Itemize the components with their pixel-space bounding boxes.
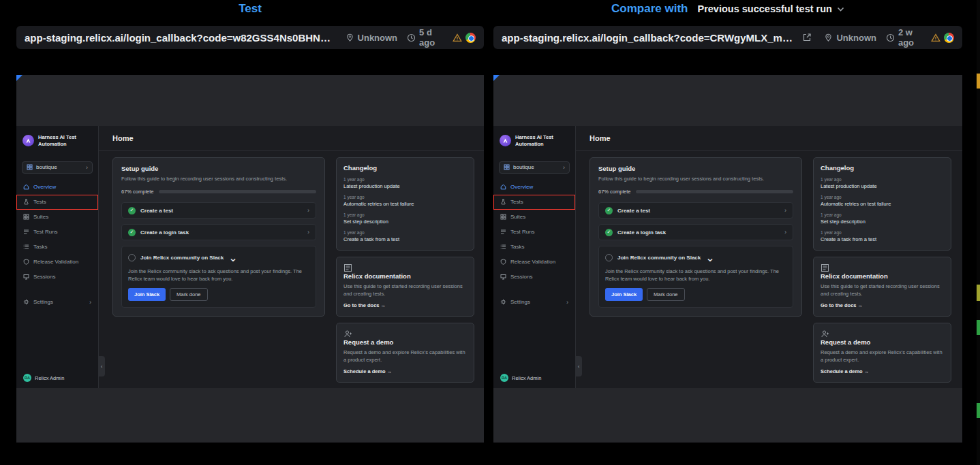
chevron-right-icon: › bbox=[566, 299, 568, 306]
user-menu[interactable]: RA Relicx Admin bbox=[16, 368, 98, 388]
changelog-entry: 1 year ago Set step description bbox=[343, 212, 467, 225]
changelog-card: Changelog 1 year ago Latest production u… bbox=[336, 157, 474, 251]
unchecked-circle-icon bbox=[605, 254, 613, 261]
docs-link[interactable]: Go to the docs → bbox=[821, 302, 944, 308]
setup-item-create-login-task[interactable]: ✓ Create a login task › bbox=[598, 224, 793, 240]
join-slack-button[interactable]: Join Slack bbox=[128, 288, 166, 301]
ruler-mark bbox=[977, 74, 980, 89]
setup-guide-title: Setup guide bbox=[121, 165, 316, 172]
documentation-card: Relicx documentation Use this guide to g… bbox=[336, 257, 474, 317]
schedule-demo-link[interactable]: Schedule a demo → bbox=[821, 368, 944, 374]
sidebar-item-suites[interactable]: Suites bbox=[16, 210, 98, 225]
sidebar-item-tasks[interactable]: Tasks bbox=[493, 240, 575, 255]
chevron-right-icon: › bbox=[89, 299, 91, 306]
user-name: Relicx Admin bbox=[512, 375, 541, 381]
project-icon bbox=[27, 164, 33, 170]
unchecked-circle-icon bbox=[128, 254, 136, 261]
schedule-demo-link[interactable]: Schedule a demo → bbox=[343, 368, 467, 374]
mark-done-button[interactable]: Mark done bbox=[647, 288, 684, 301]
sidebar-item-sessions[interactable]: Sessions bbox=[16, 270, 98, 285]
changelog-entry: 1 year ago Latest production update bbox=[821, 177, 944, 189]
join-slack-header[interactable]: Join Relicx community on Slack ⌄ bbox=[605, 251, 786, 264]
setup-item-create-test[interactable]: ✓ Create a test › bbox=[598, 202, 793, 219]
join-slack-description: Join the Relicx community slack to ask q… bbox=[605, 268, 786, 283]
warning-icon bbox=[931, 33, 940, 42]
sidebar-nav: Overview Tests Suites Test Runs Tasks Re… bbox=[16, 180, 98, 310]
brand-text: Harness AI TestAutomation bbox=[515, 134, 553, 148]
sidebar-item-overview[interactable]: Overview bbox=[16, 180, 98, 195]
sidebar-item-overview[interactable]: Overview bbox=[493, 180, 575, 195]
left-app-screenshot: Harness AI TestAutomation boutique › Ove… bbox=[16, 126, 484, 388]
monitor-icon bbox=[500, 274, 506, 280]
ruler-mark bbox=[977, 320, 980, 335]
progress-label: 67% complete bbox=[598, 189, 631, 195]
docs-link[interactable]: Go to the docs → bbox=[343, 302, 467, 308]
project-selector[interactable]: boutique › bbox=[499, 161, 570, 174]
sidebar-item-test-runs[interactable]: Test Runs bbox=[16, 225, 98, 240]
sidebar-item-sessions[interactable]: Sessions bbox=[493, 270, 575, 285]
sidebar-item-tests[interactable]: Tests bbox=[16, 195, 98, 210]
join-slack-header[interactable]: Join Relicx community on Slack ⌄ bbox=[128, 251, 309, 264]
chevron-right-icon: › bbox=[86, 164, 88, 171]
app-sidebar: Harness AI TestAutomation boutique › Ove… bbox=[493, 126, 576, 388]
sidebar-item-settings[interactable]: Settings › bbox=[493, 295, 575, 310]
gear-icon bbox=[500, 299, 506, 305]
documentation-title: Relicx documentation bbox=[821, 272, 944, 280]
left-pane-title: Test bbox=[16, 2, 484, 16]
sidebar-item-test-runs[interactable]: Test Runs bbox=[493, 225, 575, 240]
user-menu[interactable]: RA Relicx Admin bbox=[493, 368, 575, 388]
right-age-label: 2 w ago bbox=[898, 27, 921, 48]
sidebar-item-settings[interactable]: Settings › bbox=[16, 295, 98, 310]
setup-item-create-login-task[interactable]: ✓ Create a login task › bbox=[121, 224, 316, 240]
join-slack-description: Join the Relicx community slack to ask q… bbox=[128, 268, 309, 283]
request-demo-title: Request a demo bbox=[821, 338, 944, 346]
check-circle-icon: ✓ bbox=[128, 207, 136, 214]
right-app-screenshot: Harness AI TestAutomation boutique › Ove… bbox=[493, 126, 962, 388]
check-circle-icon: ✓ bbox=[605, 207, 613, 214]
documentation-card: Relicx documentation Use this guide to g… bbox=[813, 257, 951, 317]
chrome-browser-icon bbox=[944, 33, 954, 43]
progress-bar bbox=[159, 190, 316, 193]
location-pin-icon bbox=[824, 33, 833, 42]
documentation-text: Use this guide to get started recording … bbox=[343, 283, 467, 298]
grid-icon bbox=[500, 214, 506, 220]
sidebar-item-suites[interactable]: Suites bbox=[493, 210, 575, 225]
changelog-entry: 1 year ago Create a task from a test bbox=[343, 230, 467, 242]
progress-label: 67% complete bbox=[121, 189, 154, 195]
right-url-bar: app-staging.relicx.ai/login_callback?cod… bbox=[493, 26, 962, 49]
document-icon bbox=[343, 263, 467, 272]
setup-item-join-slack: Join Relicx community on Slack ⌄ Join th… bbox=[121, 246, 316, 308]
page-header: Home bbox=[99, 126, 484, 151]
avatar: RA bbox=[500, 374, 508, 382]
sidebar-item-tests[interactable]: Tests bbox=[493, 195, 575, 210]
setup-guide-subtitle: Follow this guide to begin recording use… bbox=[121, 176, 316, 182]
mark-done-button[interactable]: Mark done bbox=[170, 288, 207, 301]
sidebar-collapse-handle[interactable]: ‹ bbox=[575, 356, 582, 376]
sidebar-item-release-validation[interactable]: Release Validation bbox=[16, 255, 98, 270]
chevron-right-icon: › bbox=[784, 207, 786, 214]
setup-item-create-test[interactable]: ✓ Create a test › bbox=[121, 202, 316, 219]
tasks-icon bbox=[500, 244, 506, 250]
home-icon bbox=[23, 184, 29, 190]
chevron-right-icon: › bbox=[784, 229, 786, 236]
compare-target-dropdown[interactable]: Previous successful test run bbox=[697, 3, 844, 14]
join-slack-button[interactable]: Join Slack bbox=[605, 288, 643, 301]
changelog-title: Changelog bbox=[343, 164, 467, 172]
left-age-label: 5 d ago bbox=[419, 27, 443, 48]
shield-icon bbox=[500, 259, 506, 265]
page-header: Home bbox=[576, 126, 962, 151]
external-link-icon[interactable] bbox=[802, 33, 812, 42]
sidebar-collapse-handle[interactable]: ‹ bbox=[98, 356, 105, 376]
project-selector[interactable]: boutique › bbox=[22, 161, 93, 174]
overview-ruler[interactable] bbox=[977, 0, 980, 465]
right-pane-header: Compare with Previous successful test ru… bbox=[493, 2, 962, 16]
sidebar-item-tasks[interactable]: Tasks bbox=[16, 240, 98, 255]
compare-target-label: Previous successful test run bbox=[697, 3, 831, 14]
sidebar-item-release-validation[interactable]: Release Validation bbox=[493, 255, 575, 270]
compare-with-label: Compare with bbox=[611, 2, 688, 16]
changelog-title: Changelog bbox=[821, 164, 944, 172]
project-name: boutique bbox=[36, 164, 57, 170]
documentation-title: Relicx documentation bbox=[343, 272, 467, 280]
brand: Harness AI TestAutomation bbox=[493, 126, 575, 149]
warning-icon bbox=[453, 33, 462, 42]
